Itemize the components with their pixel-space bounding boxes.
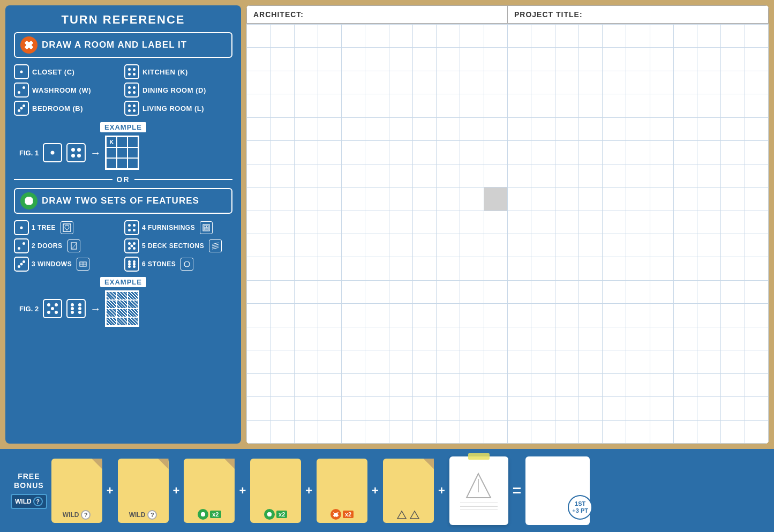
grid-cell[interactable] [555,234,579,257]
grid-cell[interactable] [413,71,437,94]
grid-cell[interactable] [295,327,318,350]
grid-cell[interactable] [745,141,769,164]
grid-cell[interactable] [413,397,437,420]
grid-cell[interactable] [437,327,460,350]
grid-cell[interactable] [697,304,721,327]
grid-cell[interactable] [555,257,579,280]
grid-cell[interactable] [342,25,365,48]
grid-cell[interactable] [437,211,460,234]
architect-field[interactable]: ARCHITECT: [246,5,507,24]
grid-cell[interactable] [579,304,603,327]
grid-cell[interactable] [721,164,745,188]
grid-cell[interactable] [460,71,484,94]
grid-cell[interactable] [721,141,745,164]
grid-cell[interactable] [389,164,413,188]
grid-cell[interactable] [460,281,484,304]
card-4[interactable]: x2 [250,459,301,523]
grid-cell[interactable] [555,421,579,444]
grid-cell[interactable] [579,281,603,304]
grid-cell[interactable] [460,374,484,397]
grid-cell[interactable] [745,327,769,350]
grid-cell[interactable] [437,188,460,211]
grid-cell[interactable] [389,421,413,444]
grid-cell[interactable] [437,234,460,257]
grid-cell[interactable] [270,234,294,257]
grid-cell[interactable] [342,350,365,373]
grid-cell[interactable] [555,25,579,48]
grid-cell[interactable] [247,25,270,48]
grid-cell[interactable] [460,25,484,48]
grid-cell[interactable] [508,211,531,234]
grid-cell[interactable] [365,281,389,304]
grid-cell[interactable] [295,304,318,327]
grid-cell[interactable] [555,327,579,350]
grid-cell[interactable] [437,94,460,117]
grid-cell[interactable] [650,118,674,141]
grid-cell[interactable] [508,94,531,117]
grid-cell[interactable] [579,48,603,71]
grid-cell[interactable] [650,164,674,188]
grid-cell[interactable] [697,164,721,188]
grid-cell[interactable] [508,25,531,48]
grid-cell[interactable] [603,118,626,141]
grid-cell[interactable] [389,48,413,71]
grid-cell[interactable] [697,397,721,420]
grid-cell[interactable] [674,281,697,304]
grid-cell[interactable] [460,48,484,71]
grid-cell[interactable] [721,397,745,420]
grid-cell[interactable] [270,304,294,327]
grid-cell[interactable] [270,25,294,48]
grid-cell[interactable] [365,164,389,188]
grid-cell[interactable] [721,257,745,280]
grid-cell[interactable] [555,281,579,304]
grid-cell[interactable] [531,421,555,444]
grid-cell[interactable] [626,188,650,211]
grid-cell[interactable] [745,94,769,117]
grid-cell[interactable] [389,25,413,48]
grid-cell[interactable] [674,211,697,234]
grid-cell[interactable] [247,48,270,71]
grid-cell[interactable] [603,281,626,304]
grid-cell[interactable] [460,257,484,280]
grid-cell[interactable] [674,94,697,117]
grid-cell[interactable] [365,234,389,257]
grid-cell[interactable] [484,94,508,117]
grid-cell[interactable] [745,234,769,257]
grid-cell[interactable] [674,164,697,188]
grid-cell[interactable] [295,141,318,164]
grid-cell[interactable] [413,327,437,350]
grid-cell[interactable] [437,48,460,71]
grid-cell[interactable] [295,281,318,304]
grid-cell[interactable] [365,304,389,327]
grid-cell[interactable] [270,397,294,420]
grid-cell[interactable] [745,374,769,397]
grid-cell[interactable] [674,421,697,444]
grid-cell[interactable] [697,281,721,304]
grid-cell[interactable] [413,350,437,373]
grid-cell[interactable] [270,374,294,397]
grid-cell[interactable] [674,25,697,48]
grid-cell[interactable] [555,350,579,373]
grid-cell[interactable] [413,118,437,141]
grid-cell[interactable] [484,118,508,141]
grid-cell[interactable] [508,48,531,71]
grid-cell[interactable] [579,374,603,397]
grid-cell[interactable] [531,281,555,304]
grid-cell[interactable] [697,94,721,117]
grid-cell[interactable] [721,94,745,117]
grid-cell[interactable] [745,211,769,234]
grid-cell[interactable] [508,118,531,141]
grid-cell[interactable] [674,234,697,257]
grid-cell[interactable] [247,421,270,444]
grid-cell[interactable] [342,304,365,327]
grid-cell[interactable] [603,141,626,164]
grid-cell[interactable] [674,48,697,71]
grid-cell[interactable] [295,257,318,280]
grid-cell[interactable] [295,374,318,397]
grid-cell[interactable] [342,421,365,444]
grid-cell[interactable] [745,71,769,94]
grid-cell[interactable] [318,164,342,188]
grid-cell[interactable] [555,71,579,94]
grid-cell[interactable] [531,374,555,397]
grid-cell[interactable] [531,48,555,71]
